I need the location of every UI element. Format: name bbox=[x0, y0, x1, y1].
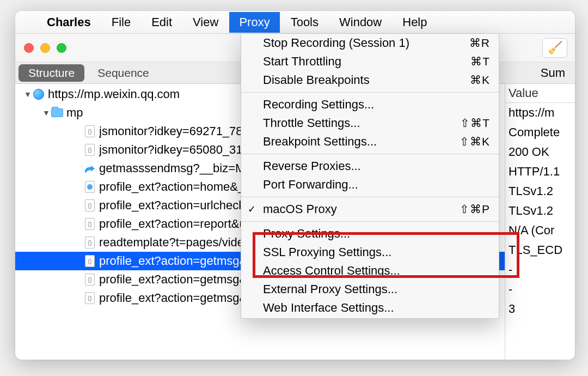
tab-structure[interactable]: Structure bbox=[19, 64, 84, 82]
close-icon[interactable] bbox=[24, 43, 34, 53]
value-cell[interactable]: TLSv1.2 bbox=[505, 181, 575, 201]
menu-shortcut: ⇧⌘P bbox=[460, 203, 490, 216]
menu-item-macos-proxy[interactable]: ✓macOS Proxy⇧⌘P bbox=[241, 200, 499, 219]
menu-item-label: Reverse Proxies... bbox=[263, 159, 361, 173]
menu-item-label: External Proxy Settings... bbox=[263, 282, 397, 296]
value-cell[interactable]: Complete bbox=[505, 123, 575, 142]
menu-separator bbox=[241, 221, 499, 222]
menubar: Charles File Edit View Proxy Tools Windo… bbox=[15, 11, 575, 34]
menu-item-label: Port Forwarding... bbox=[263, 178, 358, 192]
menu-tools[interactable]: Tools bbox=[281, 12, 328, 33]
document-blue-icon bbox=[84, 181, 96, 193]
document-icon: {} bbox=[84, 125, 96, 137]
value-cell[interactable]: N/A (Cor bbox=[505, 221, 575, 240]
menu-edit[interactable]: Edit bbox=[142, 12, 182, 33]
values-header[interactable]: Value bbox=[505, 84, 575, 103]
value-cell[interactable]: - bbox=[505, 260, 575, 280]
menu-item-label: macOS Proxy bbox=[263, 202, 337, 216]
menu-item-label: Recording Settings... bbox=[263, 98, 374, 112]
disclosure-icon[interactable]: ▼ bbox=[23, 90, 33, 99]
document-icon: {} bbox=[84, 274, 96, 286]
menu-proxy[interactable]: Proxy bbox=[229, 12, 279, 33]
menu-shortcut: ⇧⌘K bbox=[460, 135, 490, 148]
menu-shortcut: ⌘K bbox=[470, 74, 490, 87]
document-icon: {} bbox=[84, 199, 96, 211]
menu-shortcut: ⌘T bbox=[470, 55, 490, 68]
disclosure-icon[interactable]: ▼ bbox=[41, 108, 51, 117]
window-controls bbox=[24, 43, 66, 53]
menu-separator bbox=[241, 92, 499, 93]
document-icon: {} bbox=[84, 218, 96, 230]
clear-session-button[interactable]: 🧹 bbox=[542, 38, 567, 58]
value-cell[interactable]: TLSv1.2 bbox=[505, 201, 575, 221]
menu-item-proxy-settings[interactable]: Proxy Settings... bbox=[241, 225, 499, 243]
menu-item-label: Web Interface Settings... bbox=[263, 301, 394, 315]
menu-item-port-forwarding[interactable]: Port Forwarding... bbox=[241, 175, 499, 194]
menu-item-label: Stop Recording (Session 1) bbox=[263, 36, 409, 50]
minimize-icon[interactable] bbox=[40, 43, 50, 53]
menu-item-label: Proxy Settings... bbox=[263, 227, 350, 241]
menu-item-disable-breakpoints[interactable]: Disable Breakpoints⌘K bbox=[241, 71, 499, 89]
menu-help[interactable]: Help bbox=[393, 12, 437, 33]
menu-separator bbox=[241, 197, 499, 197]
value-cell[interactable]: 3 bbox=[505, 299, 575, 319]
summary-column-header: Sum bbox=[541, 66, 565, 80]
menu-item-label: Disable Breakpoints bbox=[263, 73, 370, 87]
menu-item-label: SSL Proxying Settings... bbox=[263, 245, 391, 259]
tree-item-label: https://mp.weixin.qq.com bbox=[48, 87, 180, 101]
values-pane: Value https://mComplete200 OKHTTP/1.1TLS… bbox=[505, 84, 575, 360]
tree-item-label: mp bbox=[66, 106, 83, 120]
menu-item-label: Throttle Settings... bbox=[263, 116, 360, 130]
menu-window[interactable]: Window bbox=[329, 12, 391, 33]
globe-icon bbox=[33, 88, 45, 100]
menu-item-recording-settings[interactable]: Recording Settings... bbox=[241, 95, 499, 114]
menu-item-stop-recording-session-1[interactable]: Stop Recording (Session 1)⌘R bbox=[241, 34, 499, 52]
broom-icon: 🧹 bbox=[548, 41, 562, 55]
zoom-icon[interactable] bbox=[57, 43, 66, 53]
menu-item-access-control-settings[interactable]: Access Control Settings... bbox=[241, 262, 499, 280]
menu-item-ssl-proxying-settings[interactable]: SSL Proxying Settings... bbox=[241, 243, 499, 262]
menu-shortcut: ⌘R bbox=[469, 37, 490, 50]
tree-item-label: jsmonitor?idkey=65080_31_1& bbox=[99, 143, 264, 157]
check-icon: ✓ bbox=[248, 203, 256, 215]
menu-shortcut: ⇧⌘T bbox=[460, 117, 490, 130]
proxy-dropdown: Stop Recording (Session 1)⌘RStart Thrott… bbox=[241, 34, 499, 319]
value-cell[interactable]: HTTP/1.1 bbox=[505, 162, 575, 181]
menu-item-external-proxy-settings[interactable]: External Proxy Settings... bbox=[241, 280, 499, 299]
menu-item-label: Breakpoint Settings... bbox=[263, 135, 377, 149]
document-icon: {} bbox=[84, 255, 96, 267]
menu-item-label: Access Control Settings... bbox=[263, 264, 400, 278]
value-cell[interactable]: TLS_ECD bbox=[505, 240, 575, 260]
tree-item-label: profile_ext?action=urlcheck&ui bbox=[99, 198, 262, 213]
tab-sequence[interactable]: Sequence bbox=[88, 64, 159, 82]
menu-item-throttle-settings[interactable]: Throttle Settings...⇧⌘T bbox=[241, 114, 499, 132]
menu-separator bbox=[241, 154, 499, 154]
menu-item-web-interface-settings[interactable]: Web Interface Settings... bbox=[241, 299, 499, 317]
value-cell[interactable]: https://m bbox=[505, 103, 575, 123]
document-icon: {} bbox=[84, 236, 96, 248]
document-icon: {} bbox=[84, 292, 96, 304]
redirect-arrow-icon bbox=[84, 162, 96, 174]
menu-view[interactable]: View bbox=[183, 12, 228, 33]
menu-item-reverse-proxies[interactable]: Reverse Proxies... bbox=[241, 157, 499, 175]
menu-app[interactable]: Charles bbox=[37, 12, 101, 33]
document-icon: {} bbox=[84, 144, 96, 156]
menu-file[interactable]: File bbox=[102, 12, 140, 33]
menu-item-label: Start Throttling bbox=[263, 54, 341, 69]
menu-item-start-throttling[interactable]: Start Throttling⌘T bbox=[241, 52, 499, 71]
folder-icon bbox=[51, 107, 63, 119]
value-cell[interactable]: 200 OK bbox=[505, 142, 575, 162]
tree-item-label: readtemplate?t=pages/video_a bbox=[99, 235, 264, 250]
tree-item-label: profile_ext?action=report&uin= bbox=[99, 217, 262, 231]
value-cell[interactable]: - bbox=[505, 280, 575, 299]
menu-item-breakpoint-settings[interactable]: Breakpoint Settings...⇧⌘K bbox=[241, 132, 499, 151]
